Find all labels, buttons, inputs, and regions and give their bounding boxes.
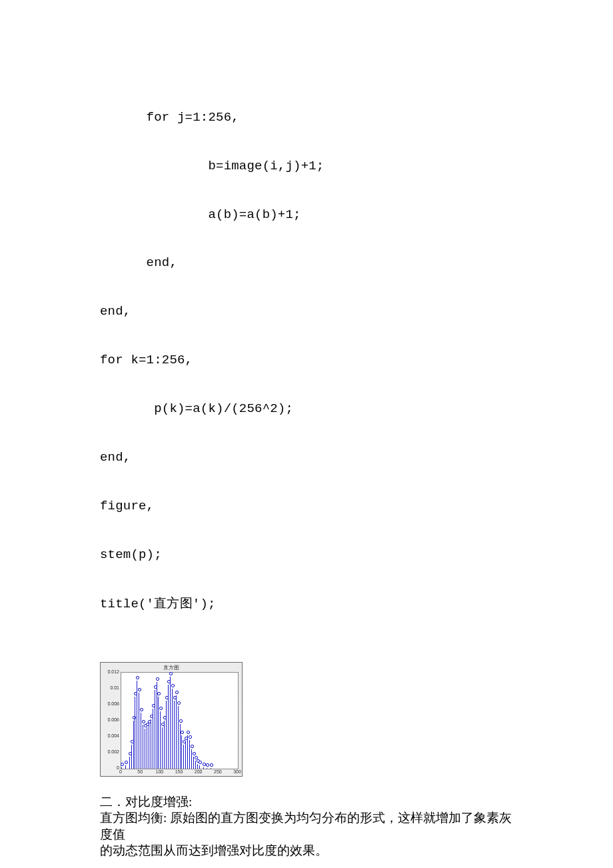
code-line: for j=1:256,: [100, 109, 513, 125]
y-tick-label: 0.002: [107, 749, 119, 755]
y-axis-ticks: 00.0020.0040.0060.0080.010.012: [102, 672, 119, 768]
stem: [131, 745, 132, 769]
stem: [166, 701, 167, 769]
stem-marker: [159, 707, 163, 710]
stem-marker: [175, 691, 179, 694]
stem: [145, 729, 145, 769]
stem-marker: [179, 719, 183, 723]
y-tick-label: 0.006: [107, 717, 119, 723]
stem: [151, 719, 151, 769]
histogram-chart: 直方图 00.0020.0040.0060.0080.010.012 05010…: [100, 662, 243, 777]
x-tick-label: 0: [119, 769, 122, 775]
stem: [149, 725, 149, 769]
stem-marker: [156, 677, 159, 681]
document-page: for j=1:256, b=image(i,j)+1; a(b)=a(b)+1…: [0, 0, 613, 868]
plot-area: [121, 672, 239, 769]
stem-marker: [142, 720, 145, 723]
stem: [211, 768, 211, 769]
code-line: a(b)=a(b)+1;: [100, 207, 513, 223]
stem: [203, 767, 204, 769]
stem-marker: [187, 731, 190, 734]
stem-marker: [203, 763, 206, 766]
stem: [158, 697, 159, 769]
stem: [178, 706, 179, 769]
stem: [133, 721, 134, 769]
stem: [147, 727, 147, 769]
stem-marker: [199, 761, 202, 764]
stem-marker: [138, 688, 141, 691]
stem-marker: [157, 692, 161, 695]
stem: [180, 724, 181, 769]
stem: [139, 693, 139, 769]
stem: [170, 677, 171, 769]
stem-marker: [181, 731, 184, 734]
stem: [197, 764, 198, 769]
stem-marker: [210, 763, 213, 767]
code-line: figure,: [100, 498, 513, 514]
stem: [168, 685, 169, 769]
stem: [207, 768, 207, 769]
stem: [185, 741, 186, 769]
stem: [135, 697, 135, 769]
stem: [199, 765, 200, 769]
y-tick-label: 0.008: [107, 701, 119, 707]
x-tick-label: 100: [155, 769, 163, 775]
stem: [172, 689, 173, 769]
stem-marker: [136, 676, 139, 679]
stem: [137, 681, 137, 769]
stem-marker: [177, 701, 181, 705]
code-block-1: for j=1:256, b=image(i,j)+1; a(b)=a(b)+1…: [100, 77, 513, 645]
stem: [121, 767, 122, 769]
stem: [174, 701, 175, 769]
stem-marker: [121, 763, 124, 766]
stem: [164, 721, 165, 769]
x-tick-label: 150: [175, 769, 183, 775]
section-paragraph-line: 的动态范围从而达到增强对比度的效果。: [100, 843, 513, 859]
x-tick-label: 50: [137, 769, 143, 775]
y-tick-label: 0.004: [107, 733, 119, 739]
stem: [162, 727, 163, 769]
stem: [195, 761, 196, 769]
chart-title: 直方图: [101, 663, 242, 671]
x-tick-label: 200: [195, 769, 203, 775]
stem: [141, 713, 141, 769]
code-line: b=image(i,j)+1;: [100, 158, 513, 174]
code-line: for k=1:256,: [100, 352, 513, 368]
stem: [157, 682, 157, 769]
stem: [189, 740, 190, 769]
stem: [187, 735, 188, 769]
x-tick-label: 300: [233, 769, 241, 775]
stem-marker: [191, 745, 194, 748]
stem: [183, 745, 184, 769]
code-line-title: title('直方图');: [100, 595, 513, 612]
stem: [181, 735, 182, 769]
code-text: ');: [193, 597, 216, 611]
section-paragraph-line: 直方图均衡: 原始图的直方图变换为均匀分布的形式，这样就增加了象素灰度值: [100, 810, 513, 843]
x-tick-label: 250: [214, 769, 222, 775]
stem-marker: [193, 752, 196, 755]
code-text: title(': [100, 597, 154, 611]
section-heading: 二．对比度增强:: [100, 794, 513, 810]
stem: [176, 695, 177, 769]
code-line: end,: [100, 255, 513, 271]
code-line: p(k)=a(k)/(256^2);: [100, 401, 513, 417]
code-text-cn: 直方图: [154, 596, 193, 610]
stem: [153, 709, 153, 769]
code-line: stem(p);: [100, 547, 513, 563]
histogram-stems: [121, 673, 238, 769]
stem: [191, 749, 192, 769]
code-line: end,: [100, 303, 513, 319]
stem: [143, 725, 143, 769]
code-line: end,: [100, 449, 513, 465]
y-tick-label: 0.01: [110, 685, 119, 691]
stem: [160, 711, 161, 769]
stem-marker: [171, 684, 175, 687]
stem-marker: [206, 763, 209, 767]
stem-marker: [125, 761, 128, 764]
stem-marker: [169, 672, 173, 675]
spacer: [100, 859, 513, 868]
stem-marker: [140, 708, 143, 711]
stem-marker: [189, 735, 192, 739]
stem: [155, 690, 155, 769]
stem: [193, 757, 194, 769]
